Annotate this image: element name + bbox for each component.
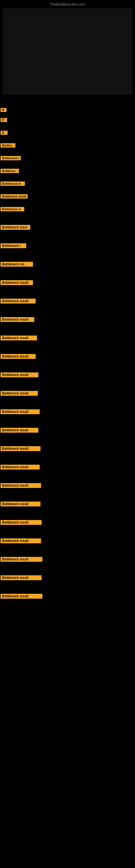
- result-label-4: Bottlen: [1, 143, 15, 148]
- result-item-3: B: [1, 130, 135, 135]
- result-item-25: Bottleneck result: [1, 501, 135, 506]
- result-label-21: Bottleneck result: [1, 428, 38, 433]
- result-item-13: Bottleneck result: [1, 280, 135, 285]
- result-item-9: Bottleneck re: [1, 207, 135, 211]
- result-label-28: Bottleneck result: [1, 557, 42, 562]
- result-item-11: Bottleneck r: [1, 243, 135, 248]
- result-item-16: Bottleneck result: [1, 335, 135, 340]
- result-item-20: Bottleneck result: [1, 409, 135, 414]
- result-label-11: Bottleneck r: [1, 243, 26, 248]
- site-title: TheBottlenecker.com: [50, 2, 85, 6]
- result-item-8: Bottleneck result: [1, 194, 135, 198]
- result-item-15: Bottleneck result: [1, 317, 135, 322]
- result-item-14: Bottleneck result: [1, 299, 135, 304]
- result-label-12: Bottleneck res: [1, 262, 33, 267]
- result-label-17: Bottleneck result: [1, 354, 36, 359]
- result-label-22: Bottleneck result: [1, 446, 41, 451]
- result-item-28: Bottleneck result: [1, 557, 135, 562]
- result-label-19: Bottleneck result: [1, 391, 38, 396]
- result-label-1: B: [1, 108, 6, 112]
- result-label-25: Bottleneck result: [1, 501, 41, 506]
- result-label-13: Bottleneck result: [1, 280, 33, 285]
- result-label-5: Bottleneck r: [1, 156, 21, 160]
- result-label-15: Bottleneck result: [1, 317, 34, 322]
- result-label-23: Bottleneck result: [1, 465, 40, 469]
- result-item-26: Bottleneck result: [1, 520, 135, 525]
- result-item-19: Bottleneck result: [1, 391, 135, 396]
- result-item-22: Bottleneck result: [1, 446, 135, 451]
- result-item-27: Bottleneck result: [1, 538, 135, 543]
- result-item-30: Bottleneck result: [1, 593, 135, 599]
- result-label-26: Bottleneck result: [1, 520, 42, 525]
- result-label-6: Bottlenec: [1, 169, 19, 173]
- result-label-16: Bottleneck result: [1, 336, 37, 340]
- result-item-2: B: [1, 117, 135, 122]
- result-item-24: Bottleneck result: [1, 483, 135, 488]
- result-item-1: B: [1, 107, 135, 112]
- result-item-17: Bottleneck result: [1, 354, 135, 359]
- result-label-14: Bottleneck result: [1, 299, 36, 304]
- chart-area: [3, 8, 132, 95]
- result-label-7: Bottleneck re: [1, 182, 25, 186]
- result-item-29: Bottleneck result: [1, 575, 135, 580]
- result-label-2: B: [1, 118, 7, 122]
- result-label-30: Bottleneck result: [1, 594, 42, 599]
- result-item-21: Bottleneck result: [1, 428, 135, 433]
- result-item-10: Bottleneck resul: [1, 225, 135, 230]
- result-label-18: Bottleneck result: [1, 372, 38, 377]
- result-item-18: Bottleneck result: [1, 372, 135, 377]
- result-label-20: Bottleneck result: [1, 409, 40, 414]
- result-item-6: Bottlenec: [1, 168, 135, 173]
- result-item-7: Bottleneck re: [1, 181, 135, 186]
- result-item-23: Bottleneck result: [1, 464, 135, 469]
- result-label-3: B: [1, 131, 8, 135]
- result-label-27: Bottleneck result: [1, 538, 41, 543]
- result-item-5: Bottleneck r: [1, 155, 135, 160]
- result-label-24: Bottleneck result: [1, 483, 41, 488]
- result-label-29: Bottleneck result: [1, 575, 42, 580]
- result-item-4: Bottlen: [1, 143, 135, 148]
- results-container: BBBBottlenBottleneck rBottlenecBottlenec…: [0, 103, 135, 600]
- result-item-12: Bottleneck res: [1, 261, 135, 267]
- result-label-10: Bottleneck resul: [1, 225, 30, 230]
- result-label-8: Bottleneck result: [1, 194, 28, 198]
- result-label-9: Bottleneck re: [1, 207, 24, 211]
